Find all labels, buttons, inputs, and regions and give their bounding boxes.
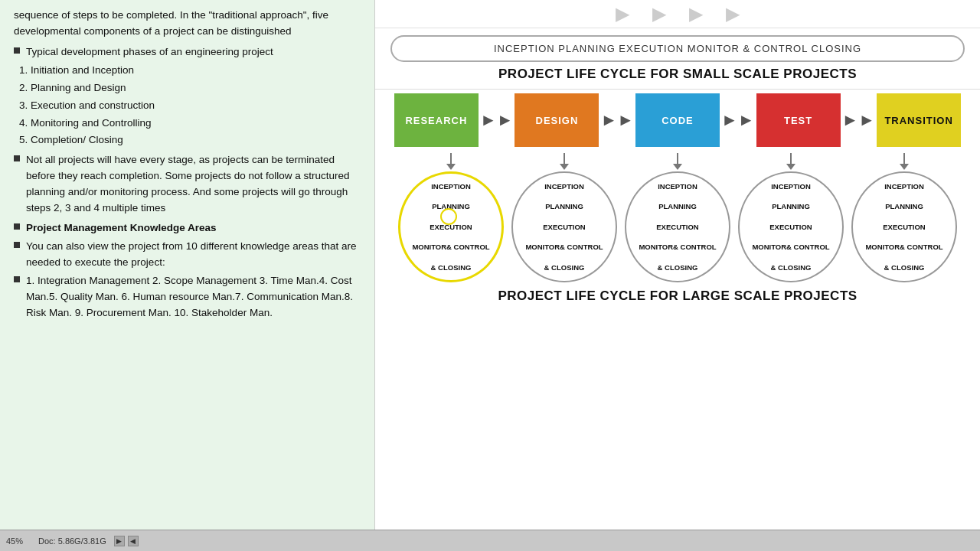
phase-1: Initiation and Inception bbox=[31, 63, 361, 79]
flow-label-design: DESIGN bbox=[536, 115, 579, 126]
down-arrow-5 bbox=[900, 153, 909, 170]
circle-5-line2: PLANNING bbox=[885, 201, 923, 211]
top-arrow-3: ▶ bbox=[689, 3, 703, 24]
down-arrow-3 bbox=[673, 153, 682, 170]
circle-wrapper-2: INCEPTION PLANNING EXECUTION MONITOR& CO… bbox=[508, 153, 621, 282]
circle-4-line2: PLANNING bbox=[772, 201, 810, 211]
knowledge-view-bullet: You can also view the project from 10 di… bbox=[14, 239, 361, 271]
flow-label-research: RESEARCH bbox=[405, 115, 467, 126]
circle-wrapper-5: INCEPTION PLANNING EXECUTION MONITOR& CO… bbox=[848, 153, 961, 282]
flow-arrow-2: ►► bbox=[600, 110, 634, 130]
circle-2-line2: PLANNING bbox=[545, 201, 583, 211]
circle-5-line5: & CLOSING bbox=[884, 262, 925, 272]
flow-arrow-3: ►► bbox=[721, 110, 755, 130]
typical-text: Typical development phases of an enginee… bbox=[26, 44, 273, 60]
play-icon: ▶ bbox=[116, 537, 122, 545]
taskbar-controls: ▶ ◀ bbox=[114, 536, 139, 546]
note-bullet-icon bbox=[14, 155, 20, 161]
flow-box-code: CODE bbox=[635, 93, 720, 147]
taskbar-doc: Doc: 5.86G/3.81G bbox=[38, 536, 106, 546]
flow-arrow-4: ►► bbox=[842, 110, 876, 130]
circle-2-line4: MONITOR& CONTROL bbox=[525, 242, 603, 252]
circle-2: INCEPTION PLANNING EXECUTION MONITOR& CO… bbox=[511, 171, 617, 282]
circles-row: INCEPTION PLANNING EXECUTION MONITOR& CO… bbox=[383, 153, 972, 282]
top-arrows-row: ▶ ▶ ▶ ▶ bbox=[375, 0, 980, 28]
circle-2-line3: EXECUTION bbox=[543, 222, 585, 232]
circle-wrapper-4: INCEPTION PLANNING EXECUTION MONITOR& CO… bbox=[734, 153, 848, 282]
circle-5-line1: INCEPTION bbox=[884, 181, 924, 191]
flow-box-research: RESEARCH bbox=[394, 93, 479, 147]
circle-3: INCEPTION PLANNING EXECUTION MONITOR& CO… bbox=[625, 171, 730, 282]
note-bullet: Not all projects will have every stage, … bbox=[14, 152, 361, 217]
circle-3-line1: INCEPTION bbox=[658, 181, 697, 191]
bullet-icon bbox=[14, 47, 20, 54]
circle-3-line5: & CLOSING bbox=[658, 262, 698, 272]
knowledge-areas-bullet: Project Management Knowledge Areas bbox=[14, 220, 361, 236]
phase-3: Execution and construction bbox=[31, 98, 361, 114]
flow-label-code: CODE bbox=[662, 115, 694, 126]
typical-bullet: Typical development phases of an enginee… bbox=[14, 44, 361, 60]
circle-4-line1: INCEPTION bbox=[771, 181, 811, 191]
circle-4-line3: EXECUTION bbox=[769, 222, 812, 232]
knowledge-areas-label: Project Management Knowledge Areas bbox=[26, 220, 217, 236]
intro-text: sequence of steps to be completed. In th… bbox=[14, 8, 361, 40]
back-button[interactable]: ◀ bbox=[128, 536, 139, 546]
circle-1-line5: & CLOSING bbox=[431, 262, 472, 272]
phase-4: Monitoring and Controlling bbox=[31, 116, 361, 132]
circle-2-line1: INCEPTION bbox=[544, 181, 584, 191]
circle-4-line4: MONITOR& CONTROL bbox=[752, 242, 829, 252]
down-arrow-4 bbox=[786, 153, 795, 170]
flow-label-transition: TRANSITION bbox=[884, 115, 952, 126]
circle-4: INCEPTION PLANNING EXECUTION MONITOR& CO… bbox=[738, 171, 844, 282]
phases-list: Initiation and Inception Planning and De… bbox=[31, 63, 361, 149]
phase-2: Planning and Design bbox=[31, 80, 361, 96]
large-scale-section: RESEARCH ►► DESIGN ►► CODE ►► TEST ►► TR… bbox=[375, 90, 980, 530]
large-scale-title: PROJECT LIFE CYCLE FOR LARGE SCALE PROJE… bbox=[383, 289, 972, 304]
flow-label-test: TEST bbox=[784, 115, 812, 126]
circle-3-line3: EXECUTION bbox=[656, 222, 698, 232]
knowledge-bullet-icon bbox=[14, 223, 20, 230]
circle-1-line1: INCEPTION bbox=[431, 181, 471, 191]
cursor-highlight bbox=[440, 208, 457, 225]
top-arrow-2: ▶ bbox=[652, 3, 666, 24]
knowledge-view-text: You can also view the project from 10 di… bbox=[26, 239, 361, 271]
circle-1: INCEPTION PLANNING EXECUTION MONITOR& CO… bbox=[398, 171, 504, 282]
right-panel: ▶ ▶ ▶ ▶ INCEPTION PLANNING EXECUTION MON… bbox=[375, 0, 980, 530]
flow-diagram: RESEARCH ►► DESIGN ►► CODE ►► TEST ►► TR… bbox=[383, 93, 972, 147]
circle-wrapper-3: INCEPTION PLANNING EXECUTION MONITOR& CO… bbox=[621, 153, 734, 282]
taskbar-percent: 45% bbox=[6, 536, 23, 546]
back-icon: ◀ bbox=[130, 537, 136, 545]
flow-box-design: DESIGN bbox=[514, 93, 599, 147]
flow-box-test: TEST bbox=[756, 93, 841, 147]
lifecycle-oval: INCEPTION PLANNING EXECUTION MONITOR & C… bbox=[390, 35, 965, 62]
knowledge-list-text: 1. Integration Management 2. Scope Manag… bbox=[26, 273, 361, 321]
circle-5-line3: EXECUTION bbox=[883, 222, 925, 232]
circle-wrapper-1: INCEPTION PLANNING EXECUTION MONITOR& CO… bbox=[394, 153, 508, 282]
small-scale-section: INCEPTION PLANNING EXECUTION MONITOR & C… bbox=[375, 28, 980, 90]
taskbar: 45% Doc: 5.86G/3.81G ▶ ◀ bbox=[0, 530, 980, 551]
note-text: Not all projects will have every stage, … bbox=[26, 152, 361, 217]
down-arrow-1 bbox=[446, 153, 456, 170]
small-scale-title: PROJECT LIFE CYCLE FOR SMALL SCALE PROJE… bbox=[390, 67, 965, 82]
circle-3-line2: PLANNING bbox=[658, 201, 697, 211]
flow-box-transition: TRANSITION bbox=[877, 93, 961, 147]
circle-5: INCEPTION PLANNING EXECUTION MONITOR& CO… bbox=[851, 171, 957, 282]
circle-2-line5: & CLOSING bbox=[544, 262, 585, 272]
down-arrow-2 bbox=[560, 153, 569, 170]
circle-5-line4: MONITOR& CONTROL bbox=[865, 242, 942, 252]
top-arrow-4: ▶ bbox=[726, 3, 740, 24]
play-button[interactable]: ▶ bbox=[114, 536, 125, 546]
knowledge-list-bullet: 1. Integration Management 2. Scope Manag… bbox=[14, 273, 361, 321]
left-panel: sequence of steps to be completed. In th… bbox=[0, 0, 375, 530]
main-content: sequence of steps to be completed. In th… bbox=[0, 0, 980, 530]
knowledge-list-icon bbox=[14, 276, 20, 282]
knowledge-view-icon bbox=[14, 242, 20, 248]
phase-5: Completion/ Closing bbox=[31, 132, 361, 148]
top-arrow-1: ▶ bbox=[616, 3, 629, 24]
circle-3-line4: MONITOR& CONTROL bbox=[639, 242, 716, 252]
flow-arrow-1: ►► bbox=[480, 110, 514, 130]
circle-1-line4: MONITOR& CONTROL bbox=[412, 242, 489, 252]
circle-4-line5: & CLOSING bbox=[771, 262, 812, 272]
